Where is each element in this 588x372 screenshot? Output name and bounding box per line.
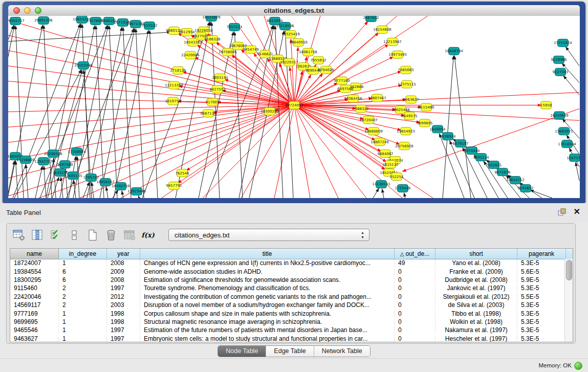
table-cell: 49 xyxy=(395,259,435,267)
table-cell: 1998 xyxy=(107,310,140,317)
graph-node-label: 8454749 xyxy=(243,48,258,52)
graph-node-label: 12213967 xyxy=(383,40,402,44)
table-cell: Embryonic stem cells: a model to study s… xyxy=(140,335,395,342)
float-panel-icon[interactable] xyxy=(558,208,567,216)
table-row[interactable]: 2242004622012Investigating the contribut… xyxy=(10,293,565,301)
graph-edge xyxy=(87,27,122,198)
graph-node-label: 2803144 xyxy=(212,76,228,80)
graph-edge xyxy=(43,25,52,198)
table-row[interactable]: 969969511998Structural magnetic resonanc… xyxy=(10,318,565,326)
column-header-label: title xyxy=(263,250,272,257)
table-cell: 0 xyxy=(395,268,435,275)
delete-column-icon[interactable] xyxy=(105,229,117,241)
column-header-pagerank[interactable]: pagerank xyxy=(517,249,566,259)
table-cell: 5.3E-5 xyxy=(517,285,566,292)
table-row[interactable]: 911546021997Tourette syndrome. Phenomeno… xyxy=(10,284,565,292)
table-cell: 9115460 xyxy=(10,285,59,292)
tab-network-table[interactable]: Network Table xyxy=(314,346,370,357)
graph-node-label: 18756085 xyxy=(219,50,237,54)
table-cell: 2012 xyxy=(107,293,140,300)
graph-edge xyxy=(138,195,139,198)
graph-node-label: 9115460 xyxy=(418,105,434,110)
table-cell: 2009 xyxy=(107,268,140,275)
table-cell: 0 xyxy=(395,276,435,283)
column-header-out_de[interactable]: △out_de... xyxy=(395,249,435,259)
graph-node-label: 1615112 xyxy=(382,163,398,167)
graph-node-label: 12923446 xyxy=(127,189,146,193)
tab-edge-table[interactable]: Edge Table xyxy=(266,346,314,357)
table-row[interactable]: 1938455462009Genome-wide association stu… xyxy=(10,267,565,275)
column-header-in_degree[interactable]: in_degree xyxy=(59,249,107,259)
table-row[interactable]: 946554611997Estimation of the future num… xyxy=(10,326,565,334)
graph-edge xyxy=(44,166,46,198)
citation-network-graph[interactable]: 1872400788601238912954182260589827508818… xyxy=(8,16,580,198)
function-builder-icon[interactable]: f(x) xyxy=(142,229,154,241)
table-cell: 0 xyxy=(395,335,435,342)
table-cell: Investigating the contribution of common… xyxy=(140,293,395,300)
memory-status-indicator xyxy=(574,362,582,370)
graph-node-label: 16782759 xyxy=(112,184,130,188)
graph-node-label: 10958167 xyxy=(96,180,115,184)
table-row[interactable]: 1872400712008Changes of HCN gene express… xyxy=(10,259,565,267)
graph-node-label: 11156869 xyxy=(16,158,35,162)
graph-node-label: 20756928 xyxy=(395,144,413,148)
graph-edge xyxy=(294,105,310,198)
graph-node-label: 8427552 xyxy=(209,87,225,92)
table-row[interactable]: 977716911998Corpus callosum shape and si… xyxy=(10,309,565,317)
graph-node-label: 18640910 xyxy=(289,40,308,45)
select-rows-icon[interactable] xyxy=(50,229,62,241)
column-header-short[interactable]: short xyxy=(435,249,517,259)
show-column-icon[interactable] xyxy=(31,229,43,241)
graph-node-label: 9146821 xyxy=(257,52,273,56)
sort-ascending-icon: △ xyxy=(400,251,404,257)
table-cell: 0 xyxy=(395,326,435,334)
column-header-title[interactable]: title xyxy=(140,249,395,259)
table-cell: 9699695 xyxy=(10,318,59,325)
graph-node-label: 19654923 xyxy=(397,129,415,134)
table-cell: 5.3E-5 xyxy=(517,318,566,325)
close-panel-icon[interactable]: ✕ xyxy=(574,207,580,216)
table-cell: Structural magnetic resonance image aver… xyxy=(140,318,395,325)
table-cell: 1998 xyxy=(107,318,140,325)
graph-edge xyxy=(382,189,384,198)
table-cell: 2 xyxy=(59,293,107,300)
graph-node-label: 22420046 xyxy=(181,53,200,57)
vertical-scrollbar[interactable] xyxy=(564,259,573,342)
column-header-name[interactable]: name xyxy=(10,249,59,259)
table-cell: Hescheler et al. (1997) xyxy=(435,335,517,342)
table-cell: Nakamura et al. (1997) xyxy=(435,326,517,334)
table-selector-dropdown[interactable]: citations_edges.txt ▲▼ xyxy=(168,229,369,241)
table-panel-title: Table Panel xyxy=(6,209,41,216)
network-canvas[interactable]: 1872400788601238912954182260589827508818… xyxy=(8,16,580,198)
graph-node-label: 10973493 xyxy=(388,53,407,57)
table-body: 1872400712008Changes of HCN gene express… xyxy=(10,259,565,342)
table-row[interactable]: 1830029562008Estimation of significance … xyxy=(10,276,565,284)
graph-edge xyxy=(26,164,28,198)
graph-edge xyxy=(234,32,243,198)
scrollbar-thumb[interactable] xyxy=(566,260,572,280)
table-selector-value: citations_edges.txt xyxy=(175,231,230,239)
row-height-icon[interactable] xyxy=(68,229,80,241)
graph-node-label: 20206506 xyxy=(44,152,62,156)
new-column-icon[interactable] xyxy=(86,229,99,241)
graph-node-label: 18325419 xyxy=(281,32,300,36)
table-cell: 2 xyxy=(59,301,107,309)
graph-node-label: 13505135 xyxy=(64,174,82,178)
network-window-titlebar[interactable]: citations_edges.txt xyxy=(8,5,580,16)
graph-edge xyxy=(565,47,579,66)
graph-node-label: 8471676 xyxy=(494,170,510,174)
tab-node-table[interactable]: Node Table xyxy=(218,346,266,357)
graph-edge xyxy=(576,162,579,181)
table-cell: 5.3E-5 xyxy=(517,301,566,309)
table-cell: 1997 xyxy=(107,335,140,342)
table-row[interactable]: 1456911722003Disruption of a novel membe… xyxy=(10,301,565,309)
table-options-icon[interactable] xyxy=(13,229,25,241)
column-header-year[interactable]: year xyxy=(107,249,140,259)
graph-node-label: 7955812 xyxy=(310,58,326,62)
network-window: citations_edges.txt 18724007886012389129… xyxy=(3,2,585,203)
node-table: namein_degreeyeartitle△out_de...shortpag… xyxy=(10,248,573,342)
table-cell: 1997 xyxy=(107,285,140,292)
graph-edge xyxy=(149,30,158,198)
table-cell: 6 xyxy=(59,276,107,283)
table-row[interactable]: 946362711997Embryonic stem cells: a mode… xyxy=(10,335,565,342)
